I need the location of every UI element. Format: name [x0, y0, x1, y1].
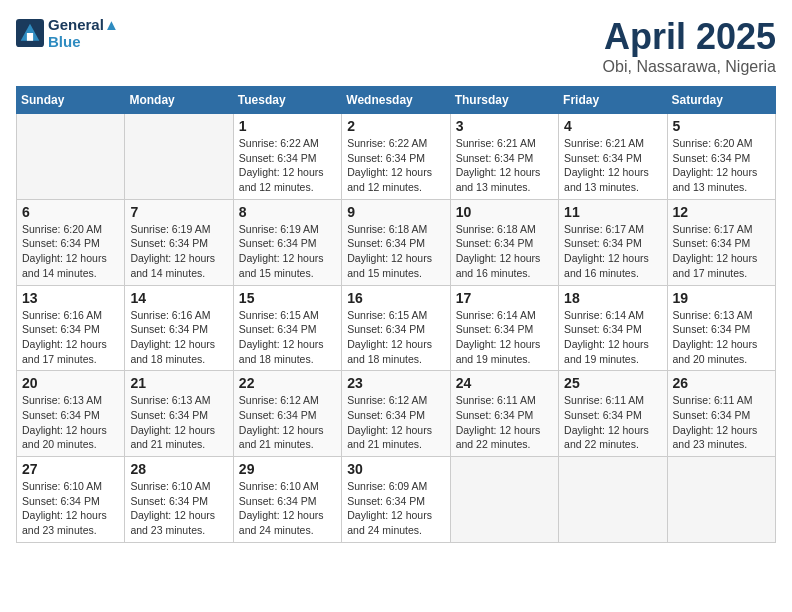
calendar-cell: 15Sunrise: 6:15 AM Sunset: 6:34 PM Dayli… [233, 285, 341, 371]
day-info: Sunrise: 6:15 AM Sunset: 6:34 PM Dayligh… [239, 308, 336, 367]
calendar-cell: 18Sunrise: 6:14 AM Sunset: 6:34 PM Dayli… [559, 285, 667, 371]
calendar-cell: 5Sunrise: 6:20 AM Sunset: 6:34 PM Daylig… [667, 114, 775, 200]
calendar-cell: 7Sunrise: 6:19 AM Sunset: 6:34 PM Daylig… [125, 199, 233, 285]
calendar-cell: 30Sunrise: 6:09 AM Sunset: 6:34 PM Dayli… [342, 457, 450, 543]
calendar-cell: 20Sunrise: 6:13 AM Sunset: 6:34 PM Dayli… [17, 371, 125, 457]
calendar-cell: 13Sunrise: 6:16 AM Sunset: 6:34 PM Dayli… [17, 285, 125, 371]
day-info: Sunrise: 6:09 AM Sunset: 6:34 PM Dayligh… [347, 479, 444, 538]
day-number: 10 [456, 204, 553, 220]
day-info: Sunrise: 6:13 AM Sunset: 6:34 PM Dayligh… [673, 308, 770, 367]
calendar-cell: 11Sunrise: 6:17 AM Sunset: 6:34 PM Dayli… [559, 199, 667, 285]
day-number: 22 [239, 375, 336, 391]
calendar-cell [17, 114, 125, 200]
day-number: 5 [673, 118, 770, 134]
day-info: Sunrise: 6:22 AM Sunset: 6:34 PM Dayligh… [347, 136, 444, 195]
calendar-cell: 4Sunrise: 6:21 AM Sunset: 6:34 PM Daylig… [559, 114, 667, 200]
day-info: Sunrise: 6:14 AM Sunset: 6:34 PM Dayligh… [456, 308, 553, 367]
location-title: Obi, Nassarawa, Nigeria [603, 58, 776, 76]
week-row-5: 27Sunrise: 6:10 AM Sunset: 6:34 PM Dayli… [17, 457, 776, 543]
day-number: 12 [673, 204, 770, 220]
weekday-header-row: SundayMondayTuesdayWednesdayThursdayFrid… [17, 87, 776, 114]
day-info: Sunrise: 6:12 AM Sunset: 6:34 PM Dayligh… [347, 393, 444, 452]
day-info: Sunrise: 6:11 AM Sunset: 6:34 PM Dayligh… [673, 393, 770, 452]
day-info: Sunrise: 6:17 AM Sunset: 6:34 PM Dayligh… [564, 222, 661, 281]
logo: General▲ Blue [16, 16, 119, 50]
weekday-header-wednesday: Wednesday [342, 87, 450, 114]
day-number: 11 [564, 204, 661, 220]
day-number: 26 [673, 375, 770, 391]
day-info: Sunrise: 6:16 AM Sunset: 6:34 PM Dayligh… [130, 308, 227, 367]
title-area: April 2025 Obi, Nassarawa, Nigeria [603, 16, 776, 76]
calendar-cell: 21Sunrise: 6:13 AM Sunset: 6:34 PM Dayli… [125, 371, 233, 457]
day-number: 19 [673, 290, 770, 306]
day-info: Sunrise: 6:18 AM Sunset: 6:34 PM Dayligh… [456, 222, 553, 281]
weekday-header-monday: Monday [125, 87, 233, 114]
day-number: 20 [22, 375, 119, 391]
day-number: 30 [347, 461, 444, 477]
day-info: Sunrise: 6:21 AM Sunset: 6:34 PM Dayligh… [456, 136, 553, 195]
calendar-cell: 2Sunrise: 6:22 AM Sunset: 6:34 PM Daylig… [342, 114, 450, 200]
logo-text: General▲ Blue [48, 16, 119, 50]
day-number: 17 [456, 290, 553, 306]
day-number: 14 [130, 290, 227, 306]
day-info: Sunrise: 6:12 AM Sunset: 6:34 PM Dayligh… [239, 393, 336, 452]
day-info: Sunrise: 6:11 AM Sunset: 6:34 PM Dayligh… [456, 393, 553, 452]
calendar-cell [559, 457, 667, 543]
day-info: Sunrise: 6:10 AM Sunset: 6:34 PM Dayligh… [22, 479, 119, 538]
day-info: Sunrise: 6:19 AM Sunset: 6:34 PM Dayligh… [130, 222, 227, 281]
week-row-4: 20Sunrise: 6:13 AM Sunset: 6:34 PM Dayli… [17, 371, 776, 457]
calendar-cell: 24Sunrise: 6:11 AM Sunset: 6:34 PM Dayli… [450, 371, 558, 457]
day-number: 6 [22, 204, 119, 220]
calendar-cell: 19Sunrise: 6:13 AM Sunset: 6:34 PM Dayli… [667, 285, 775, 371]
calendar-cell [667, 457, 775, 543]
day-info: Sunrise: 6:21 AM Sunset: 6:34 PM Dayligh… [564, 136, 661, 195]
weekday-header-thursday: Thursday [450, 87, 558, 114]
calendar-cell: 10Sunrise: 6:18 AM Sunset: 6:34 PM Dayli… [450, 199, 558, 285]
day-number: 21 [130, 375, 227, 391]
calendar-cell: 28Sunrise: 6:10 AM Sunset: 6:34 PM Dayli… [125, 457, 233, 543]
day-info: Sunrise: 6:18 AM Sunset: 6:34 PM Dayligh… [347, 222, 444, 281]
day-number: 1 [239, 118, 336, 134]
calendar-cell: 29Sunrise: 6:10 AM Sunset: 6:34 PM Dayli… [233, 457, 341, 543]
day-info: Sunrise: 6:10 AM Sunset: 6:34 PM Dayligh… [130, 479, 227, 538]
weekday-header-tuesday: Tuesday [233, 87, 341, 114]
day-number: 4 [564, 118, 661, 134]
day-info: Sunrise: 6:16 AM Sunset: 6:34 PM Dayligh… [22, 308, 119, 367]
day-number: 16 [347, 290, 444, 306]
calendar-cell: 12Sunrise: 6:17 AM Sunset: 6:34 PM Dayli… [667, 199, 775, 285]
day-number: 7 [130, 204, 227, 220]
calendar-cell: 3Sunrise: 6:21 AM Sunset: 6:34 PM Daylig… [450, 114, 558, 200]
calendar-cell: 22Sunrise: 6:12 AM Sunset: 6:34 PM Dayli… [233, 371, 341, 457]
week-row-2: 6Sunrise: 6:20 AM Sunset: 6:34 PM Daylig… [17, 199, 776, 285]
day-number: 18 [564, 290, 661, 306]
day-number: 29 [239, 461, 336, 477]
week-row-3: 13Sunrise: 6:16 AM Sunset: 6:34 PM Dayli… [17, 285, 776, 371]
page-header: General▲ Blue April 2025 Obi, Nassarawa,… [16, 16, 776, 76]
day-number: 25 [564, 375, 661, 391]
month-title: April 2025 [603, 16, 776, 58]
day-number: 28 [130, 461, 227, 477]
calendar-cell [450, 457, 558, 543]
calendar-cell: 23Sunrise: 6:12 AM Sunset: 6:34 PM Dayli… [342, 371, 450, 457]
day-number: 9 [347, 204, 444, 220]
calendar-cell: 8Sunrise: 6:19 AM Sunset: 6:34 PM Daylig… [233, 199, 341, 285]
day-number: 27 [22, 461, 119, 477]
day-info: Sunrise: 6:11 AM Sunset: 6:34 PM Dayligh… [564, 393, 661, 452]
day-number: 8 [239, 204, 336, 220]
day-info: Sunrise: 6:22 AM Sunset: 6:34 PM Dayligh… [239, 136, 336, 195]
svg-rect-2 [27, 33, 33, 41]
weekday-header-saturday: Saturday [667, 87, 775, 114]
calendar-cell: 14Sunrise: 6:16 AM Sunset: 6:34 PM Dayli… [125, 285, 233, 371]
day-number: 3 [456, 118, 553, 134]
day-info: Sunrise: 6:10 AM Sunset: 6:34 PM Dayligh… [239, 479, 336, 538]
day-number: 15 [239, 290, 336, 306]
day-info: Sunrise: 6:13 AM Sunset: 6:34 PM Dayligh… [22, 393, 119, 452]
day-info: Sunrise: 6:15 AM Sunset: 6:34 PM Dayligh… [347, 308, 444, 367]
calendar-cell: 16Sunrise: 6:15 AM Sunset: 6:34 PM Dayli… [342, 285, 450, 371]
day-number: 23 [347, 375, 444, 391]
calendar-cell: 17Sunrise: 6:14 AM Sunset: 6:34 PM Dayli… [450, 285, 558, 371]
calendar-cell: 27Sunrise: 6:10 AM Sunset: 6:34 PM Dayli… [17, 457, 125, 543]
calendar-cell [125, 114, 233, 200]
day-info: Sunrise: 6:20 AM Sunset: 6:34 PM Dayligh… [22, 222, 119, 281]
day-number: 24 [456, 375, 553, 391]
